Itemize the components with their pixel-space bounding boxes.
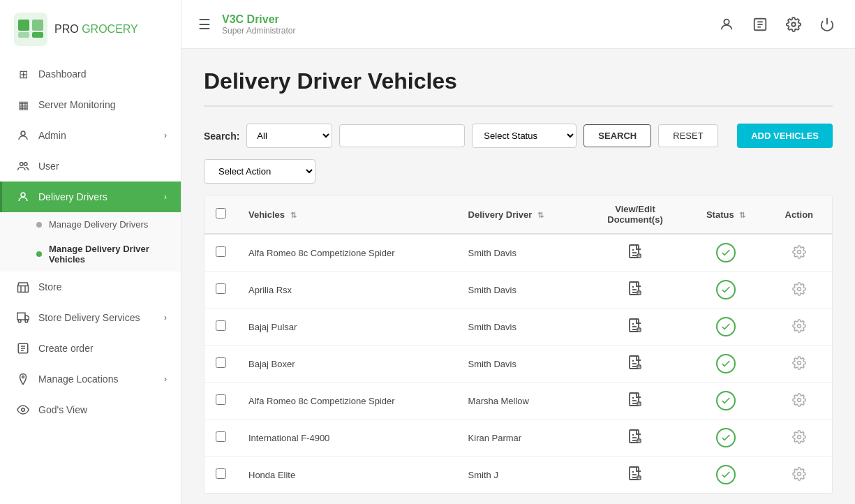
svg-point-60 <box>797 361 801 364</box>
row-checkbox-cell <box>205 457 237 494</box>
sidebar-item-store[interactable]: Store <box>0 272 181 302</box>
location-icon <box>16 372 30 386</box>
search-category-select[interactable]: All Vehicle Name Driver Name <box>246 124 332 148</box>
sidebar-item-admin[interactable]: Admin › <box>0 120 181 151</box>
sidebar-item-user[interactable]: User <box>0 151 181 181</box>
driver-name-cell: Smith Davis <box>457 272 585 309</box>
power-icon[interactable] <box>816 13 838 36</box>
table-row: Bajaj Boxer Smith Davis <box>205 346 832 383</box>
row-checkbox-cell <box>205 383 237 420</box>
sort-icon[interactable]: ⇅ <box>739 211 745 219</box>
gear-action-icon[interactable] <box>792 245 806 259</box>
user-icon <box>16 159 30 173</box>
select-all-checkbox[interactable] <box>216 208 226 218</box>
document-icon[interactable] <box>627 429 644 445</box>
status-cell <box>686 234 766 272</box>
sidebar-navigation: ⊞ Dashboard ▦ Server Monitoring Admin › … <box>0 59 181 504</box>
driver-name-cell: Kiran Parmar <box>457 420 585 457</box>
sub-item-label: Manage Delivery Driver Vehicles <box>49 244 167 265</box>
row-checkbox[interactable] <box>216 468 226 479</box>
sidebar-item-manage-locations[interactable]: Manage Locations › <box>0 364 181 394</box>
add-vehicles-button[interactable]: ADD VEHICLES <box>737 124 833 148</box>
gear-action-icon[interactable] <box>792 319 806 333</box>
status-cell <box>686 383 766 420</box>
action-cell <box>766 346 832 383</box>
action-cell <box>766 309 832 346</box>
svg-marker-13 <box>25 316 29 320</box>
table-row: Alfa Romeo 8c Competizione Spider Smith … <box>205 234 832 272</box>
chevron-right-icon: › <box>164 313 167 323</box>
sidebar-item-delivery-drivers[interactable]: Delivery Drivers › <box>0 181 181 212</box>
gear-action-icon[interactable] <box>792 467 806 481</box>
vehicle-name-cell: Bajaj Pulsar <box>237 309 457 346</box>
sidebar-item-label: Create order <box>38 343 167 354</box>
logo-text: PRO GROCERY <box>54 23 138 36</box>
sort-icon[interactable]: ⇅ <box>290 211 297 219</box>
row-checkbox[interactable] <box>216 431 226 442</box>
gear-action-icon[interactable] <box>792 393 806 407</box>
sidebar-item-dashboard[interactable]: ⊞ Dashboard <box>0 59 181 89</box>
row-checkbox[interactable] <box>216 394 226 405</box>
dot-icon <box>36 222 42 228</box>
profile-icon[interactable] <box>715 13 738 36</box>
sidebar-item-label: Admin <box>38 130 156 141</box>
action-cell <box>766 457 832 494</box>
row-checkbox[interactable] <box>216 246 226 257</box>
eye-icon <box>16 403 30 417</box>
sidebar-item-manage-delivery-drivers[interactable]: Manage Delivery Drivers <box>0 212 181 237</box>
search-bar: Search: All Vehicle Name Driver Name Sel… <box>204 124 833 148</box>
action-select[interactable]: Select Action Delete Selected Activate S… <box>204 159 315 184</box>
svg-point-27 <box>791 22 796 27</box>
search-input[interactable] <box>339 124 465 147</box>
search-label: Search: <box>204 131 239 142</box>
store-icon <box>16 280 30 294</box>
action-cell <box>766 420 832 457</box>
reset-button[interactable]: RESET <box>658 124 718 147</box>
status-active-icon <box>716 243 736 262</box>
driver-name-cell: Smith Davis <box>457 346 585 383</box>
svg-point-84 <box>797 472 801 475</box>
sidebar-item-manage-delivery-driver-vehicles[interactable]: Manage Delivery Driver Vehicles <box>0 237 181 272</box>
gear-action-icon[interactable] <box>792 356 806 370</box>
row-checkbox[interactable] <box>216 320 226 331</box>
search-button[interactable]: SEARCH <box>583 124 651 147</box>
menu-icon[interactable]: ☰ <box>198 16 211 33</box>
document-cell <box>584 383 685 420</box>
sidebar-item-label: Dashboard <box>38 68 167 80</box>
document-icon[interactable] <box>627 466 644 482</box>
status-select[interactable]: Select Status Active Inactive <box>472 124 577 148</box>
sidebar: PRO GROCERY ⊞ Dashboard ▦ Server Monitor… <box>0 0 181 504</box>
row-checkbox[interactable] <box>216 357 226 368</box>
notification-icon[interactable] <box>749 13 771 36</box>
sidebar-item-create-order[interactable]: Create order <box>0 333 181 364</box>
gear-action-icon[interactable] <box>792 430 806 444</box>
document-icon[interactable] <box>627 318 644 334</box>
svg-point-22 <box>724 19 729 24</box>
sort-icon[interactable]: ⇅ <box>537 211 544 219</box>
driver-name-cell: Smith Davis <box>457 309 585 346</box>
sidebar-item-store-delivery-services[interactable]: Store Delivery Services › <box>0 302 181 333</box>
document-cell <box>584 309 685 346</box>
document-icon[interactable] <box>627 392 644 408</box>
table-row: Honda Elite Smith J <box>205 457 832 494</box>
sidebar-item-server-monitoring[interactable]: ▦ Server Monitoring <box>0 89 181 120</box>
gear-action-icon[interactable] <box>792 282 806 296</box>
svg-point-6 <box>20 163 24 166</box>
svg-point-15 <box>25 320 28 323</box>
document-icon[interactable] <box>627 281 644 297</box>
status-active-icon <box>716 465 736 484</box>
vehicles-column-header: Vehicles ⇅ <box>237 195 457 234</box>
sidebar-item-gods-view[interactable]: God's View <box>0 394 181 425</box>
document-cell <box>584 272 685 309</box>
settings-icon[interactable] <box>782 13 805 36</box>
status-active-icon <box>716 428 736 447</box>
document-icon[interactable] <box>627 244 644 260</box>
table-row: Alfa Romeo 8c Competizione Spider Marsha… <box>205 383 832 420</box>
document-icon[interactable] <box>627 355 644 371</box>
svg-rect-4 <box>32 32 43 38</box>
page-title: Delivery Driver Vehicles <box>204 68 833 94</box>
action-cell <box>766 234 832 272</box>
truck-icon <box>16 311 30 325</box>
vehicles-table-container: Vehicles ⇅ Delivery Driver ⇅ View/EditDo… <box>204 195 833 494</box>
row-checkbox[interactable] <box>216 283 226 294</box>
